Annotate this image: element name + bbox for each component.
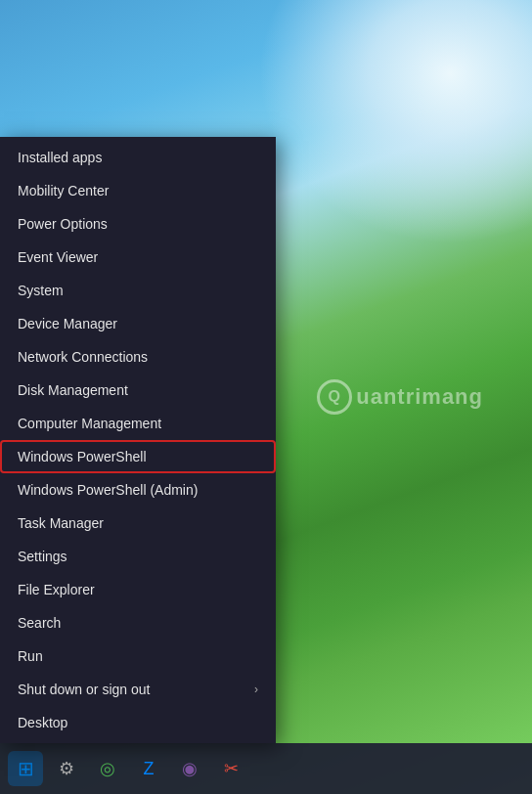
watermark: Q uantrimang [317,379,483,415]
menu-item-shut-down-sign-out[interactable]: Shut down or sign out› [0,673,276,706]
chevron-right-icon: › [254,683,258,696]
cloud-decoration [258,0,532,244]
menu-item-label-search: Search [18,615,61,631]
menu-item-label-device-manager: Device Manager [18,316,117,331]
taskbar-icon-zalo[interactable]: Z [131,751,166,786]
menu-item-label-installed-apps: Installed apps [18,150,102,165]
menu-item-label-run: Run [18,648,43,664]
menu-item-label-task-manager: Task Manager [18,515,104,531]
menu-item-label-windows-powershell-admin: Windows PowerShell (Admin) [18,482,198,498]
taskbar-icon-start[interactable]: ⊞ [8,751,43,786]
menu-item-mobility-center[interactable]: Mobility Center [0,174,276,207]
taskbar: ⊞⚙◎Z◉✂ [0,743,532,794]
taskbar-icon-snip[interactable]: ✂ [213,751,248,786]
context-menu: Installed appsMobility CenterPower Optio… [0,137,276,743]
menu-item-label-settings: Settings [18,549,67,564]
taskbar-icon-viber[interactable]: ◉ [172,751,207,786]
menu-item-label-system: System [18,283,64,298]
menu-item-disk-management[interactable]: Disk Management [0,374,276,407]
menu-item-label-shut-down-sign-out: Shut down or sign out [18,682,150,697]
menu-item-settings[interactable]: Settings [0,540,276,573]
menu-item-label-computer-management: Computer Management [18,416,161,431]
menu-item-task-manager[interactable]: Task Manager [0,507,276,540]
menu-item-search[interactable]: Search [0,606,276,640]
menu-item-file-explorer[interactable]: File Explorer [0,573,276,606]
watermark-text: uantrimang [356,384,483,410]
menu-item-label-power-options: Power Options [18,216,108,232]
menu-item-label-event-viewer: Event Viewer [18,249,98,265]
menu-item-label-desktop: Desktop [18,715,67,730]
menu-item-power-options[interactable]: Power Options [0,207,276,241]
menu-item-label-windows-powershell: Windows PowerShell [18,449,147,464]
menu-item-network-connections[interactable]: Network Connections [0,340,276,374]
menu-item-desktop[interactable]: Desktop [0,706,276,739]
taskbar-icon-chrome[interactable]: ◎ [90,751,125,786]
menu-item-label-file-explorer: File Explorer [18,582,95,597]
menu-item-windows-powershell-admin[interactable]: Windows PowerShell (Admin) [0,473,276,507]
menu-item-label-disk-management: Disk Management [18,382,128,398]
menu-item-label-mobility-center: Mobility Center [18,183,109,198]
menu-item-label-network-connections: Network Connections [18,349,148,365]
menu-item-system[interactable]: System [0,274,276,307]
menu-item-computer-management[interactable]: Computer Management [0,407,276,440]
taskbar-icon-settings[interactable]: ⚙ [49,751,84,786]
menu-item-run[interactable]: Run [0,640,276,673]
menu-item-device-manager[interactable]: Device Manager [0,307,276,340]
watermark-icon: Q [317,379,352,415]
menu-item-installed-apps[interactable]: Installed apps [0,141,276,174]
menu-item-event-viewer[interactable]: Event Viewer [0,241,276,274]
menu-item-windows-powershell[interactable]: Windows PowerShell [0,440,276,473]
